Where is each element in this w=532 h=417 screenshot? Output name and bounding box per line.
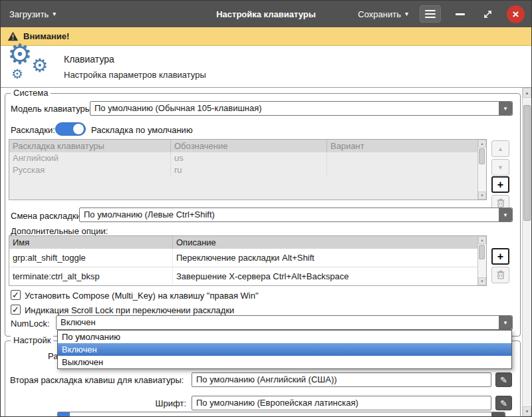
selection-highlight [58, 412, 70, 416]
font-value: По умолчанию (Европейская латинская) [196, 398, 358, 408]
load-menu-label: Загрузить [9, 9, 49, 19]
system-group-legend: Система [11, 88, 51, 98]
column-header-variant: Вариант [327, 140, 477, 152]
font-label: Шрифт: [11, 398, 186, 408]
cell-option-name: grp:alt_shift_toggle [9, 249, 173, 267]
numlock-dropdown-popup: По умолчанию Включен Выключен [57, 330, 512, 369]
pencil-icon: ✎ [500, 398, 507, 408]
scrollbar-thumb[interactable] [479, 245, 485, 259]
numlock-option-disabled[interactable]: Выключен [58, 356, 511, 368]
titlebar-controls: Сохранить ▾ × [358, 5, 531, 23]
additional-options-label: Дополнительные опции: [11, 226, 108, 236]
layouts-table-header: Раскладка клавиатуры Обозначение Вариант [9, 140, 477, 152]
layouts-table-row: Русская ru [9, 164, 477, 176]
check-icon: ✓ [12, 305, 19, 314]
options-table: Имя Описание grp:alt_shift_toggle Перекл… [9, 235, 487, 286]
edit-second-layout-button[interactable]: ✎ [495, 372, 512, 387]
compose-checkbox[interactable]: ✓ [11, 290, 21, 300]
layouts-table-scrollbar[interactable]: ▲ ▼ [477, 140, 486, 200]
dropdown-arrow-icon[interactable]: ▼ [499, 208, 512, 221]
table-empty-area [9, 176, 477, 200]
dropdown-arrow-icon[interactable]: ▼ [491, 412, 505, 416]
plus-icon: + [497, 179, 503, 191]
font-field[interactable]: По умолчанию (Европейская латинская) [192, 396, 491, 410]
default-layout-toggle-label: Раскладка по умолчанию [91, 125, 193, 135]
scroll-down-icon[interactable]: ▼ [478, 277, 486, 285]
scrollbar-thumb[interactable] [479, 148, 485, 164]
save-menu-button[interactable]: Сохранить ▾ [358, 9, 408, 19]
scrolllock-checkbox[interactable]: ✓ [11, 305, 21, 315]
scroll-up-icon[interactable]: ▲ [478, 140, 486, 148]
settings-group-legend: Настройк [11, 335, 53, 345]
keyboard-settings-window: Настройка клавиатуры Загрузить ▾ Сохрани… [0, 0, 532, 417]
main-scrollbar[interactable]: ▲ ▼ [522, 88, 531, 416]
layout-switch-label: Смена раскладки: [11, 211, 83, 221]
delete-option-button[interactable] [491, 267, 509, 283]
numlock-option-enabled[interactable]: Включен [58, 343, 511, 356]
options-table-scrollbar[interactable]: ▲ ▼ [477, 236, 486, 285]
hamburger-menu-button[interactable] [420, 5, 441, 23]
warning-bar: Внимание! [1, 27, 531, 46]
options-table-row[interactable]: grp:alt_shift_toggle Переключение раскла… [9, 249, 477, 267]
column-header-name[interactable]: Имя [9, 236, 173, 249]
layout-switch-value: По умолчанию (Левые Ctrl+Shift) [80, 208, 499, 221]
dropdown-arrow-icon[interactable]: ▼ [499, 102, 512, 115]
add-layout-button[interactable]: + [491, 176, 509, 193]
titlebar: Настройка клавиатуры Загрузить ▾ Сохрани… [1, 1, 531, 27]
scroll-down-icon[interactable]: ▼ [478, 192, 486, 200]
arrow-down-icon: ▼ [497, 164, 503, 171]
keyboard-model-label: Модель клавиатуры: [11, 104, 94, 114]
cell-variant [327, 152, 477, 164]
scroll-up-icon[interactable]: ▲ [478, 236, 486, 244]
cell-layout: Русская [9, 164, 171, 176]
numlock-select[interactable]: Включен ▼ [56, 315, 513, 330]
scrollbar-thumb[interactable] [523, 105, 531, 221]
options-table-header: Имя Описание [9, 236, 477, 249]
close-button[interactable]: × [507, 5, 525, 23]
main-content: Система Модель клавиатуры: По умолчанию … [1, 88, 531, 416]
cell-option-description: Переключение раскладки Alt+Shift [173, 249, 477, 267]
system-group: Система Модель клавиатуры: По умолчанию … [5, 93, 521, 337]
keyboard-model-value: По умолчанию (Обычная 105-клавишная) [90, 102, 499, 115]
arrow-up-icon: ▲ [497, 146, 503, 152]
save-menu-label: Сохранить [358, 9, 401, 19]
numlock-label: NumLock: [11, 319, 50, 329]
page-subtitle: Настройка параметров клавиатуры [64, 70, 206, 80]
cell-option-description: Завершение X-сервера Ctrl+Alt+Backspace [173, 267, 477, 285]
scroll-up-icon[interactable]: ▲ [523, 88, 531, 98]
layouts-table-row: Английский us [9, 152, 477, 164]
page-title: Клавиатура [64, 54, 114, 65]
caret-down-icon: ▾ [405, 11, 408, 17]
expand-icon [483, 9, 493, 19]
minimize-icon [456, 13, 465, 15]
bottom-partial-value [70, 412, 491, 416]
add-option-button[interactable]: + [491, 248, 509, 265]
move-up-button[interactable]: ▲ [491, 140, 509, 157]
dropdown-arrow-icon[interactable]: ▼ [499, 316, 512, 329]
edit-font-button[interactable]: ✎ [495, 396, 512, 410]
close-icon: × [513, 9, 519, 20]
cell-option-name: terminate:ctrl_alt_bksp [9, 267, 173, 285]
keyboard-model-select[interactable]: По умолчанию (Обычная 105-клавишная) ▼ [90, 101, 513, 116]
layout-switch-select[interactable]: По умолчанию (Левые Ctrl+Shift) ▼ [79, 208, 513, 222]
column-header-layout: Раскладка клавиатуры [9, 140, 171, 152]
bottom-partial-select[interactable]: ▼ [57, 412, 505, 416]
cell-variant [327, 164, 477, 176]
cell-layout: Английский [9, 152, 171, 164]
check-icon: ✓ [12, 291, 19, 299]
compose-checkbox-label: Установить Compose (Multi_Key) на клавиш… [25, 291, 259, 301]
cell-code: ru [171, 164, 327, 176]
column-header-code: Обозначение [171, 140, 327, 152]
scroll-down-icon[interactable]: ▼ [523, 406, 531, 416]
numlock-value: Включен [57, 316, 499, 329]
minimize-button[interactable] [452, 6, 468, 22]
column-header-description[interactable]: Описание [173, 236, 477, 249]
default-layout-toggle[interactable] [55, 122, 86, 136]
gears-icon: ⚙ ⚙ ⚙ [5, 46, 62, 87]
second-layout-field[interactable]: По умолчанию (Английский (США)) [192, 372, 491, 387]
options-table-row[interactable]: terminate:ctrl_alt_bksp Завершение X-сер… [9, 267, 477, 285]
load-menu-button[interactable]: Загрузить ▾ [9, 9, 56, 19]
maximize-button[interactable] [479, 6, 495, 22]
numlock-option-default[interactable]: По умолчанию [58, 331, 511, 343]
move-down-button[interactable]: ▼ [491, 159, 509, 176]
